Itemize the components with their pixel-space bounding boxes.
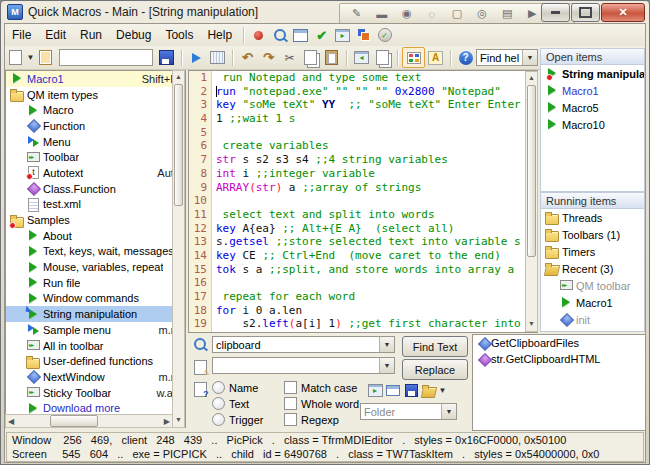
folder-combo[interactable]: Folder ▼ — [360, 403, 457, 420]
tree-item[interactable]: Macro — [6, 102, 185, 118]
scrollbar-thumb[interactable] — [527, 85, 536, 257]
radio-text[interactable]: Text — [212, 397, 249, 410]
scheduler-icon[interactable]: ✓ — [374, 26, 395, 45]
code-line[interactable]: 6 create variables — [189, 139, 537, 153]
find-text-button[interactable]: Find Text — [402, 336, 468, 357]
list-item[interactable]: Macro1 — [541, 294, 644, 311]
scroll-left-icon[interactable]: ◀ — [6, 417, 14, 426]
minimize-button[interactable] — [541, 3, 570, 22]
tree-item[interactable]: String manipulation — [6, 306, 185, 322]
code-editor[interactable]: 1 run Notepad and type some text2run "no… — [188, 70, 538, 333]
help-icon[interactable]: ? — [455, 48, 476, 67]
checkbox-whole-word[interactable]: Whole word — [284, 397, 359, 410]
tree-item[interactable]: Toolbar — [6, 149, 185, 165]
tree-item[interactable]: test.xml — [6, 197, 185, 213]
check-syntax-icon[interactable]: ✔ — [311, 26, 332, 45]
code-line[interactable]: 19 s2.left(a[i] 1) ;;get first character… — [189, 317, 537, 331]
record-icon[interactable] — [248, 26, 269, 45]
color-squares-icon[interactable] — [353, 26, 374, 45]
caption-window-icon[interactable]: ▤ — [499, 6, 515, 21]
find-help-combo[interactable]: Find hel ▼ — [476, 49, 538, 66]
macro-tree[interactable]: Macro1Shift+F9QM item typesMacroFunction… — [5, 70, 186, 428]
dialog-arrow-icon[interactable]: ◂ — [351, 48, 372, 67]
scroll-up-icon[interactable]: ▲ — [526, 72, 537, 84]
list-item[interactable]: Timers — [541, 243, 644, 260]
open-folder-icon[interactable] — [420, 382, 438, 398]
capture-bar-icon[interactable]: ▬ — [374, 6, 390, 21]
code-line[interactable]: 15tok s a ;;split, and store words into … — [189, 263, 537, 277]
editor-vertical-scrollbar[interactable]: ▲ ▼ — [525, 71, 538, 332]
search-icon[interactable] — [190, 336, 210, 358]
code-line[interactable]: 14key CE ;; Ctrl+End (move caret to the … — [189, 249, 537, 263]
code-line[interactable]: 41 ;;wait 1 s — [189, 112, 537, 126]
result-item[interactable]: GetClipboardFiles — [473, 335, 645, 351]
title-bar[interactable]: M Quick Macros - Main - [String manipula… — [1, 1, 649, 23]
replace-button[interactable]: Replace — [402, 359, 468, 380]
list-item[interactable]: init — [541, 311, 644, 328]
find-in-files-icon[interactable]: ▸ — [366, 382, 384, 398]
code-line[interactable]: 1 run Notepad and type some text — [189, 71, 537, 85]
tree-item[interactable]: Sample menum.m. — [6, 322, 185, 338]
tree-item[interactable]: About — [6, 228, 185, 244]
record-keys-icon[interactable] — [207, 48, 228, 67]
window-capture-icon[interactable]: ▢ — [449, 6, 465, 21]
tree-item[interactable]: Macro1Shift+F9 — [6, 71, 185, 87]
maximize-button[interactable] — [571, 3, 600, 22]
icons-view-toggle-icon[interactable] — [402, 47, 425, 68]
dialog-editor-icon[interactable] — [290, 26, 311, 45]
code-line[interactable]: 2run "notepad.exe" "" "" "" 0x2800 "Note… — [189, 85, 537, 99]
radio-trigger[interactable]: Trigger — [212, 413, 263, 426]
results-window-icon[interactable] — [384, 382, 402, 398]
code-line[interactable]: 12key A{ea} ;; Alt+{E A} (select all) — [189, 222, 537, 236]
paste-icon[interactable] — [321, 48, 342, 67]
tree-item[interactable]: Mouse, variables, repeat — [6, 259, 185, 275]
close-button[interactable]: ✕ — [601, 3, 645, 22]
list-item[interactable]: Recent (3) — [541, 260, 644, 277]
tree-item[interactable]: Function — [6, 118, 185, 134]
menu-arrows-icon[interactable]: ▶ — [524, 6, 540, 21]
cut-icon[interactable]: ✂ — [279, 48, 300, 67]
pages-icon[interactable] — [372, 48, 393, 67]
tree-item[interactable]: Window commands — [6, 291, 185, 307]
tree-item[interactable]: All in toolbar — [6, 338, 185, 354]
save-search-icon[interactable] — [402, 382, 420, 398]
code-line[interactable]: 10 — [189, 194, 537, 208]
window-edit-icon[interactable]: ▸ — [332, 26, 353, 45]
menu-item-edit[interactable]: Edit — [38, 26, 73, 44]
list-item[interactable]: Toolbars (1) — [541, 226, 644, 243]
scrollbar-thumb[interactable] — [50, 415, 98, 427]
run-icon[interactable] — [186, 48, 207, 67]
find-help-page-icon[interactable] — [190, 380, 210, 402]
menu-item-debug[interactable]: Debug — [109, 26, 158, 44]
search-combo[interactable]: clipboard ▼ — [212, 336, 395, 353]
tree-item[interactable]: QM item types — [6, 87, 185, 103]
new-item-dropdown-icon[interactable]: ▼ — [26, 53, 35, 62]
list-item[interactable]: Macro10 — [541, 116, 644, 133]
pen-tool-icon[interactable]: ✎ — [349, 6, 365, 21]
properties-icon[interactable] — [35, 48, 56, 67]
scroll-down-icon[interactable]: ▼ — [526, 318, 537, 330]
code-line[interactable]: 11 select text and split into words — [189, 208, 537, 222]
menu-item-file[interactable]: File — [5, 26, 38, 44]
code-line[interactable]: 5 — [189, 126, 537, 140]
list-item[interactable]: Threads — [541, 209, 644, 226]
tree-item[interactable]: Class.Function — [6, 181, 185, 197]
chevron-down-icon[interactable]: ▼ — [441, 404, 456, 419]
quick-input[interactable] — [59, 49, 153, 66]
checkbox-regexp[interactable]: Regexp — [284, 413, 339, 426]
code-line[interactable]: 7str s s2 s3 s4 ;;4 string variables — [189, 153, 537, 167]
tree-item[interactable]: Run file — [6, 275, 185, 291]
tree-item[interactable]: Sticky Toolbarw.a. " — [6, 385, 185, 401]
floating-capture-toolbar[interactable]: ✎▬◉◌▢◎▤▶ⓘ — [339, 3, 575, 24]
code-line[interactable]: 8int i ;;integer variable — [189, 167, 537, 181]
tree-item[interactable]: User-defined functions — [6, 353, 185, 369]
checkbox-match-case[interactable]: Match case — [284, 381, 357, 394]
mouse-icon[interactable]: ◉ — [399, 6, 415, 21]
running-items-list[interactable]: ThreadsToolbars (1)TimersRecent (3)QM to… — [540, 209, 645, 332]
tree-horizontal-scrollbar[interactable]: ◀ ▶ — [5, 414, 173, 428]
code-line[interactable]: 20 s2.ucase ;;make it uppercase — [189, 331, 537, 333]
tree-item[interactable]: Menu — [6, 134, 185, 150]
list-item[interactable]: Macro1 — [541, 82, 644, 99]
code-line[interactable]: 16 — [189, 276, 537, 290]
list-item[interactable]: String manipula... — [541, 65, 644, 82]
